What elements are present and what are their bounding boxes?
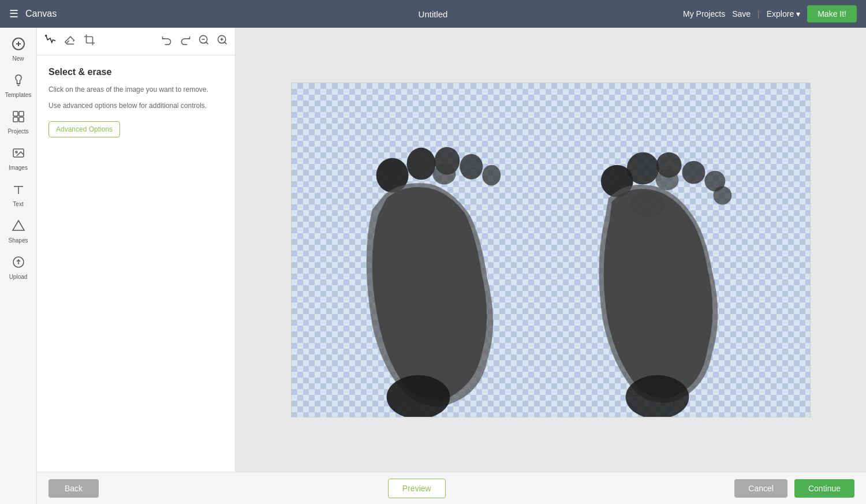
svg-rect-6 [19,111,24,116]
sidebar-item-shapes[interactable]: Shapes [1,214,36,248]
svg-point-39 [626,375,689,417]
panel-title: Select & erase [48,67,223,77]
document-title: Untitled [419,9,448,19]
panel-content: Select & erase Click on the areas of the… [37,55,235,472]
chevron-down-icon: ▾ [796,9,800,18]
make-it-button[interactable]: Make It! [807,5,857,23]
svg-point-27 [460,154,483,179]
bottom-bar: Back Preview Cancel Continue [37,472,866,504]
sidebar-item-templates[interactable]: Templates [1,69,36,103]
shapes-icon [12,219,25,235]
advanced-options-button[interactable]: Advanced Options [48,121,120,137]
crop-icon[interactable] [83,33,96,49]
back-button[interactable]: Back [48,479,99,498]
panel-desc-2: Use advanced options below for additiona… [48,100,223,111]
my-projects-link[interactable]: My Projects [683,9,725,18]
sidebar: New Templates Projects [0,28,37,504]
svg-point-28 [482,165,501,185]
svg-marker-13 [13,221,24,230]
sidebar-item-upload[interactable]: Upload [1,251,36,285]
nav-divider: | [757,9,760,18]
svg-rect-7 [13,117,18,122]
canvas-viewport[interactable] [236,28,866,472]
continue-button[interactable]: Continue [794,479,854,498]
sidebar-item-upload-label: Upload [9,274,28,280]
preview-button[interactable]: Preview [388,479,446,498]
undo-icon[interactable] [161,34,173,48]
text-icon [12,182,25,199]
cancel-button[interactable]: Cancel [734,479,787,498]
zoom-in-icon[interactable] [216,34,228,48]
magic-select-icon[interactable] [44,33,57,49]
sidebar-item-templates-label: Templates [5,92,32,98]
erase-icon[interactable] [64,33,76,49]
sidebar-item-shapes-label: Shapes [9,237,28,244]
menu-icon[interactable]: ☰ [9,8,18,20]
canvas-area [236,28,866,472]
svg-point-25 [407,147,436,180]
tool-bar [37,28,235,55]
sidebar-item-images[interactable]: Images [1,141,36,176]
projects-icon [12,110,25,126]
svg-point-36 [713,186,731,204]
sidebar-item-new-label: New [12,55,24,62]
redo-icon[interactable] [180,34,191,48]
sidebar-item-new[interactable]: New [1,32,36,66]
sidebar-item-text[interactable]: Text [1,178,36,212]
svg-point-29 [432,163,456,184]
svg-rect-5 [13,111,18,116]
sidebar-item-images-label: Images [9,165,28,171]
templates-icon [12,73,25,89]
svg-point-34 [682,160,705,184]
app-logo: Canvas [25,9,57,19]
svg-line-21 [225,42,227,44]
panel: Select & erase Click on the areas of the… [37,28,236,472]
new-icon [12,37,25,53]
explore-menu[interactable]: Explore ▾ [767,9,800,18]
canvas-image [291,83,811,417]
sidebar-item-projects-label: Projects [8,128,28,135]
save-button[interactable]: Save [732,9,751,18]
svg-line-18 [206,42,208,44]
images-icon [12,146,25,162]
upload-icon [12,255,25,271]
svg-point-30 [387,375,450,417]
zoom-out-icon[interactable] [198,34,210,48]
svg-point-10 [16,151,17,153]
svg-point-37 [656,169,679,190]
svg-rect-8 [19,117,24,122]
sidebar-item-projects[interactable]: Projects [1,105,36,139]
svg-point-16 [46,35,47,36]
svg-point-32 [627,152,659,184]
panel-desc-1: Click on the areas of the image you want… [48,84,223,95]
sidebar-item-text-label: Text [13,201,23,207]
